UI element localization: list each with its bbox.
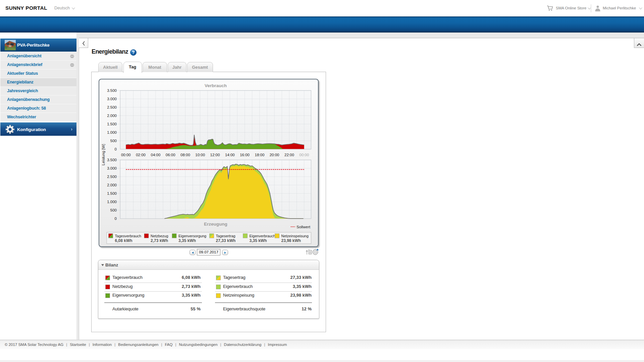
svg-text:3.500: 3.500 [107, 158, 117, 162]
svg-text:Netzeinspeisung: Netzeinspeisung [281, 234, 309, 238]
svg-text:3,35 kWh: 3,35 kWh [178, 238, 196, 243]
svg-text:2.500: 2.500 [107, 175, 117, 179]
svg-text:1.000: 1.000 [107, 130, 117, 134]
svg-text:Tagesverbrauch: Tagesverbrauch [115, 234, 141, 238]
svg-text:22:00: 22:00 [284, 153, 294, 157]
svg-text:500: 500 [110, 139, 117, 143]
svg-text:3,35 kWh: 3,35 kWh [250, 238, 267, 243]
svg-text:27,33 kWh: 27,33 kWh [216, 238, 236, 243]
svg-text:18:00: 18:00 [255, 153, 265, 157]
svg-text:14:00: 14:00 [225, 153, 235, 157]
svg-text:1.000: 1.000 [107, 200, 117, 204]
svg-text:2.000: 2.000 [107, 114, 117, 118]
svg-text:?: ? [132, 50, 135, 55]
svg-text:Leistung [W]: Leistung [W] [101, 144, 105, 166]
svg-text:Tagesertrag: Tagesertrag [216, 234, 235, 238]
svg-text:00:00: 00:00 [121, 153, 131, 157]
svg-text:3.500: 3.500 [107, 88, 117, 93]
svg-text:Erzeugung: Erzeugung [204, 222, 227, 227]
svg-text:Eigenversorgung: Eigenversorgung [178, 234, 206, 238]
svg-text:2.500: 2.500 [107, 105, 117, 109]
svg-text:Verbrauch: Verbrauch [205, 83, 227, 88]
svg-text:Netzbezug: Netzbezug [151, 234, 168, 238]
svg-text:Eigenverbrauch: Eigenverbrauch [250, 234, 275, 238]
svg-text:0: 0 [115, 217, 117, 221]
svg-text:00:00: 00:00 [299, 153, 309, 157]
svg-text:1.500: 1.500 [107, 122, 117, 126]
svg-text:500: 500 [110, 208, 117, 212]
svg-text:23,98 kWh: 23,98 kWh [281, 238, 301, 243]
svg-text:2.000: 2.000 [107, 183, 117, 187]
svg-text:3.000: 3.000 [107, 97, 117, 101]
svg-text:6,08 kWh: 6,08 kWh [115, 238, 132, 243]
svg-text:08:00: 08:00 [180, 153, 190, 157]
svg-text:04:00: 04:00 [151, 153, 161, 157]
svg-text:06:00: 06:00 [166, 153, 175, 157]
svg-text:2,73 kWh: 2,73 kWh [151, 238, 168, 243]
svg-text:1.500: 1.500 [107, 191, 117, 195]
svg-text:20:00: 20:00 [270, 153, 279, 157]
svg-text:02:00: 02:00 [136, 153, 146, 157]
svg-text:0: 0 [115, 147, 117, 151]
svg-text:Sollwert: Sollwert [297, 225, 311, 229]
svg-text:3.000: 3.000 [107, 166, 117, 170]
svg-text:10:00: 10:00 [195, 153, 205, 157]
svg-text:12:00: 12:00 [210, 153, 220, 157]
svg-text:16:00: 16:00 [240, 153, 250, 157]
